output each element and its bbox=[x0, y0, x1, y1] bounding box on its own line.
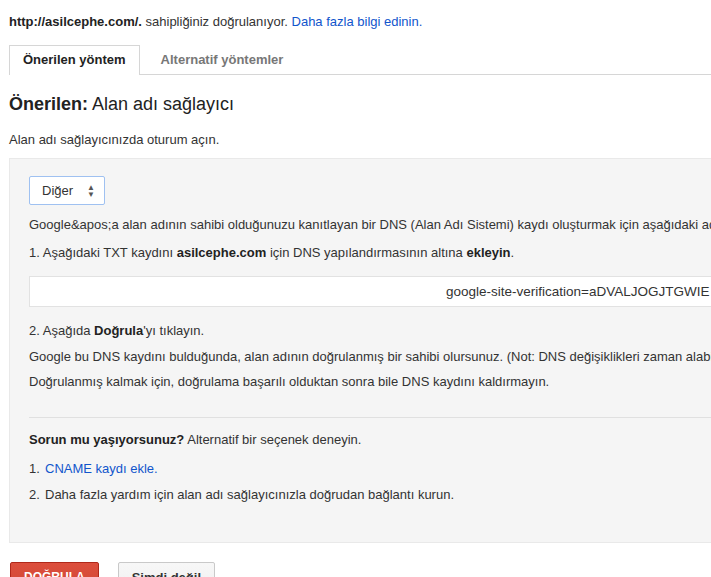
domain-name: asilcephe.com bbox=[177, 245, 267, 260]
status-text: sahipliğiniz doğrulanıyor. bbox=[142, 14, 292, 29]
alternative-options-list: 1. CNAME kaydı ekle. 2. Daha fazla yardı… bbox=[29, 462, 711, 502]
recommended-heading: Önerilen: Alan adı sağlayıcı bbox=[9, 94, 711, 115]
step-1: 1. Aşağıdaki TXT kaydını asilcephe.com i… bbox=[29, 246, 711, 260]
action-bar: DOĞRULA Şimdi değil bbox=[10, 562, 711, 577]
selected-provider: Diğer bbox=[42, 183, 73, 198]
note-record-found: Google bu DNS kaydını bulduğunda, alan a… bbox=[29, 350, 711, 364]
list-item: 1. CNAME kaydı ekle. bbox=[29, 462, 711, 476]
panel-divider bbox=[29, 417, 711, 418]
viewport: http://asilcephe.com/. sahipliğiniz doğr… bbox=[0, 0, 711, 577]
tab-recommended-method[interactable]: Önerilen yöntem bbox=[9, 45, 140, 75]
contact-provider-text: Daha fazla yardım için alan adı sağlayıc… bbox=[45, 488, 454, 502]
txt-record-field[interactable]: google-site-verification=aDVALJOGJTGWIE bbox=[29, 276, 711, 307]
status-line: http://asilcephe.com/. sahipliğiniz doğr… bbox=[9, 14, 711, 29]
list-item: 2. Daha fazla yardım için alan adı sağla… bbox=[29, 488, 711, 502]
step-2: 2. Aşağıda Doğrula'yı tıklayın. bbox=[29, 324, 711, 338]
note-keep-record: Doğrulanmış kalmak için, doğrulama başar… bbox=[29, 375, 711, 389]
domain-provider-select[interactable]: Diğer ▲ ▼ bbox=[29, 176, 105, 205]
cname-record-link[interactable]: CNAME kaydı ekle. bbox=[45, 462, 158, 476]
verification-page: http://asilcephe.com/. sahipliğiniz doğr… bbox=[0, 0, 711, 577]
tab-alternative-methods[interactable]: Alternatif yöntemler bbox=[148, 46, 297, 74]
not-now-button[interactable]: Şimdi değil bbox=[118, 562, 215, 577]
site-url: http://asilcephe.com/. bbox=[9, 14, 142, 29]
verify-button[interactable]: DOĞRULA bbox=[10, 562, 99, 577]
trouble-heading: Sorun mu yaşıyorsunuz? Alternatif bir se… bbox=[29, 432, 711, 447]
recommended-label: Önerilen: bbox=[9, 94, 88, 114]
recommended-method: Alan adı sağlayıcı bbox=[88, 94, 234, 114]
dns-intro-text: Google&apos;a alan adının sahibi olduğun… bbox=[29, 218, 711, 232]
learn-more-link[interactable]: Daha fazla bilgi edinin. bbox=[292, 14, 423, 29]
dns-instructions-panel: Diğer ▲ ▼ Google&apos;a alan adının sahi… bbox=[9, 158, 711, 543]
updown-arrows-icon: ▲ ▼ bbox=[87, 184, 95, 198]
sign-in-instruction: Alan adı sağlayıcınızda oturum açın. bbox=[9, 132, 711, 147]
txt-record-value: google-site-verification=aDVALJOGJTGWIE bbox=[30, 284, 709, 299]
tab-bar: Önerilen yöntem Alternatif yöntemler bbox=[9, 48, 711, 75]
